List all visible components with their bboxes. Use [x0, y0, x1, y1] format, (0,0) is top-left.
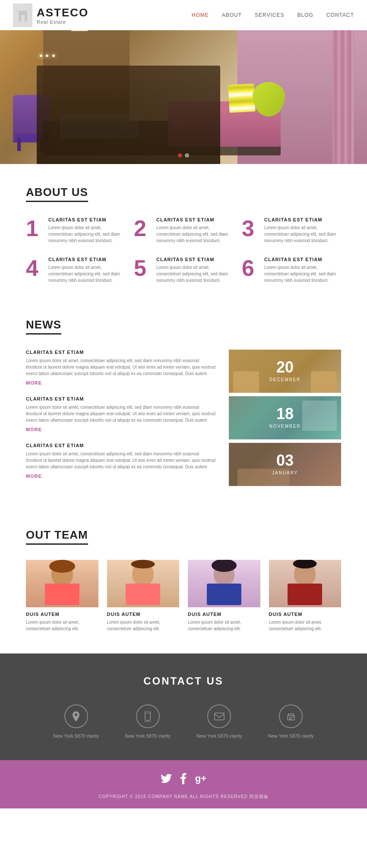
svg-rect-1 [21, 15, 25, 22]
contact-text-2: New York 5870 clarity [125, 733, 171, 739]
contact-section: CONTACT US New York 5870 clarity New Yor… [0, 653, 367, 760]
twitter-icon[interactable] [161, 773, 172, 787]
news-item-2: CLARITAS EST ETIAM Lorem ipsum dolor sit… [26, 396, 216, 432]
team-photo-3 [188, 560, 260, 607]
team-member-4-desc: Lorem ipsum dolor sit amet, consectetuer… [269, 619, 342, 632]
feature-title-1: CLARITAS EST ETIAM [48, 217, 125, 222]
team-member-2-desc: Lorem ipsum dolor sit amet, consectetuer… [107, 619, 180, 632]
feature-number-5: 5 [134, 257, 151, 279]
contact-print-icon [279, 704, 303, 728]
news-more-3[interactable]: MORE [26, 473, 216, 479]
logo-text: ASTECO [37, 6, 89, 19]
contact-item-4: New York 5870 clarity [268, 704, 314, 739]
svg-rect-3 [146, 720, 149, 721]
feature-item-6: 6 CLARITAS EST ETIAM Lorem ipsum dolor s… [242, 257, 341, 284]
team-photo-1 [26, 560, 98, 607]
footer-social: g+ [26, 773, 341, 787]
news-list: CLARITAS EST ETIAM Lorem ipsum dolor sit… [26, 350, 216, 489]
team-member-2: DUIS AUTEM Lorem ipsum dolor sit amet, c… [107, 560, 180, 632]
logo-sub: Real Estate [37, 19, 89, 25]
news-desc-1: Lorem ipsum dolor sit amet, consectetuer… [26, 357, 216, 377]
feature-number-6: 6 [242, 257, 259, 279]
news-title-2: CLARITAS EST ETIAM [26, 396, 216, 401]
contact-item-1: New York 5870 clarity [53, 704, 99, 739]
feature-title-4: CLARITAS EST ETIAM [48, 257, 125, 262]
news-desc-3: Lorem ipsum dolor sit amet, consectetuer… [26, 451, 216, 470]
contact-email-icon [207, 704, 231, 728]
nav-services[interactable]: SERVICES [255, 12, 284, 18]
feature-number-1: 1 [26, 217, 43, 240]
contact-item-2: New York 5870 clarity [125, 704, 171, 739]
news-more-1[interactable]: MORE [26, 380, 216, 385]
feature-desc-3: Lorem ipsum dolor sit amet, consectetuer… [264, 224, 341, 244]
carousel-dots [178, 153, 189, 158]
svg-rect-7 [289, 717, 293, 718]
about-title: ABOUT US [26, 186, 88, 202]
feature-item-2: 2 CLARITAS EST ETIAM Lorem ipsum dolor s… [134, 217, 233, 244]
team-member-1-name: DUIS AUTEM [26, 612, 98, 617]
gallery-cell-3: 03 JANUARY [229, 443, 341, 486]
news-grid: CLARITAS EST ETIAM Lorem ipsum dolor sit… [26, 350, 341, 489]
team-member-3-name: DUIS AUTEM [188, 612, 260, 617]
gallery-cell-2: 18 NOVEMBER [229, 396, 341, 439]
news-item-1: CLARITAS EST ETIAM Lorem ipsum dolor sit… [26, 350, 216, 385]
nav-about[interactable]: ABOUT [222, 12, 242, 18]
footer: g+ COPYRIGHT © 2015 COMPANY NAME ALL RIG… [0, 760, 367, 808]
nav-contact[interactable]: CONTACT [326, 12, 354, 18]
feature-number-4: 4 [26, 257, 43, 279]
feature-title-3: CLARITAS EST ETIAM [264, 217, 341, 222]
feature-title-6: CLARITAS EST ETIAM [264, 257, 341, 262]
feature-number-3: 3 [242, 217, 259, 240]
team-grid: DUIS AUTEM Lorem ipsum dolor sit amet, c… [26, 560, 341, 632]
gallery-date-3: 03 JANUARY [272, 453, 298, 476]
team-member-1-desc: Lorem ipsum dolor sit amet, consectetuer… [26, 619, 98, 632]
feature-desc-1: Lorem ipsum dolor sit amet, consectetuer… [48, 224, 125, 244]
team-member-4-name: DUIS AUTEM [269, 612, 342, 617]
feature-item-1: 1 CLARITAS EST ETIAM Lorem ipsum dolor s… [26, 217, 125, 244]
carousel-dot-2[interactable] [185, 153, 189, 158]
feature-item-4: 4 CLARITAS EST ETIAM Lorem ipsum dolor s… [26, 257, 125, 284]
team-member-3: DUIS AUTEM Lorem ipsum dolor sit amet, c… [188, 560, 260, 632]
gallery-cell-1: 20 DECEMBER [229, 350, 341, 393]
header: ASTECO Real Estate HOME ABOUT SERVICES B… [0, 0, 367, 30]
feature-desc-4: Lorem ipsum dolor sit amet, consectetuer… [48, 264, 125, 284]
feature-title-2: CLARITAS EST ETIAM [156, 217, 233, 222]
contact-icons-row: New York 5870 clarity New York 5870 clar… [26, 704, 341, 739]
news-title-3: CLARITAS EST ETIAM [26, 443, 216, 448]
contact-item-3: New York 5870 clarity [196, 704, 242, 739]
feature-desc-5: Lorem ipsum dolor sit amet, consectetuer… [156, 264, 233, 284]
contact-phone-icon [136, 704, 160, 728]
feature-desc-6: Lorem ipsum dolor sit amet, consectetuer… [264, 264, 341, 284]
team-title: OUT TEAM [26, 528, 88, 545]
about-section: ABOUT US 1 CLARITAS EST ETIAM Lorem ipsu… [0, 164, 367, 301]
contact-text-3: New York 5870 clarity [196, 733, 242, 739]
carousel-dot-1[interactable] [178, 153, 182, 158]
gallery-date-1: 20 DECEMBER [269, 360, 301, 383]
team-member-2-name: DUIS AUTEM [107, 612, 180, 617]
feature-title-5: CLARITAS EST ETIAM [156, 257, 233, 262]
team-section: OUT TEAM DUIS AUTEM Lorem ipsum dolor si… [0, 511, 367, 653]
feature-desc-2: Lorem ipsum dolor sit amet, consectetuer… [156, 224, 233, 244]
team-photo-2 [107, 560, 180, 607]
nav-home[interactable]: HOME [192, 12, 209, 18]
feature-number-2: 2 [134, 217, 151, 240]
contact-text-1: New York 5870 clarity [53, 733, 99, 739]
svg-point-9 [293, 716, 294, 717]
footer-copyright: COPYRIGHT © 2015 COMPANY NAME ALL RIGHTS… [26, 794, 341, 800]
team-photo-4 [269, 560, 342, 607]
features-grid: 1 CLARITAS EST ETIAM Lorem ipsum dolor s… [26, 217, 341, 284]
news-more-2[interactable]: MORE [26, 427, 216, 432]
svg-rect-8 [289, 719, 291, 720]
nav-blog[interactable]: BLOG [297, 12, 313, 18]
feature-item-5: 5 CLARITAS EST ETIAM Lorem ipsum dolor s… [134, 257, 233, 284]
googleplus-icon[interactable]: g+ [195, 773, 206, 787]
svg-rect-5 [215, 713, 224, 720]
news-gallery: 20 DECEMBER 18 NOVEMBER 03 JANUA [229, 350, 341, 489]
news-item-3: CLARITAS EST ETIAM Lorem ipsum dolor sit… [26, 443, 216, 479]
feature-item-3: 3 CLARITAS EST ETIAM Lorem ipsum dolor s… [242, 217, 341, 244]
news-desc-2: Lorem ipsum dolor sit amet, consectetuer… [26, 404, 216, 423]
main-nav: HOME ABOUT SERVICES BLOG CONTACT [192, 12, 354, 18]
logo-area: ASTECO Real Estate [13, 3, 89, 27]
facebook-icon[interactable] [180, 773, 187, 787]
contact-title: CONTACT US [26, 675, 341, 687]
